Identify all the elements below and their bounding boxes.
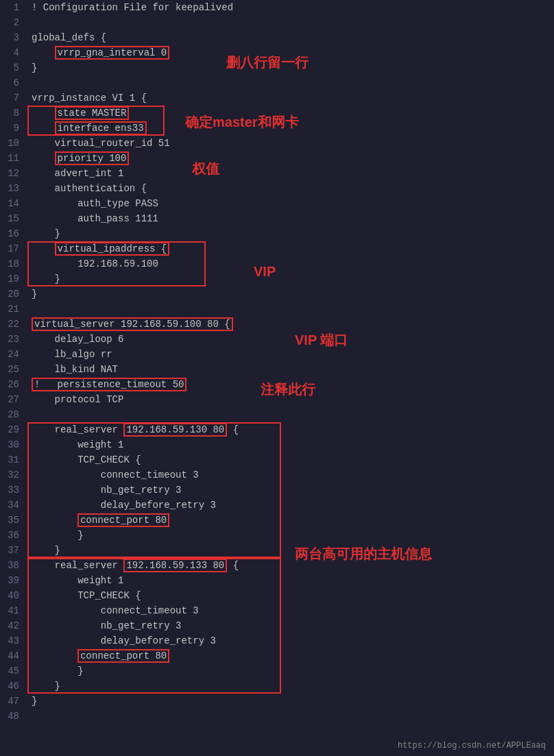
code-line: } (32, 694, 554, 709)
code-line: weight 1 (32, 573, 554, 588)
line-number: 29 (5, 422, 19, 437)
code-line: virtual_server 192.168.59.100 80 { (32, 317, 554, 332)
line-number: 4 (5, 45, 19, 60)
line-number: 40 (5, 588, 19, 603)
line-number: 39 (5, 573, 19, 588)
code-line: 192.168.59.100 (32, 256, 554, 271)
line-number: 33 (5, 483, 19, 498)
code-line: global_defs { (32, 30, 554, 45)
code-line: virtual_router_id 51 (32, 136, 554, 151)
code-line: } (32, 226, 554, 241)
line-number: 48 (5, 709, 19, 724)
highlight: state MASTER (55, 106, 130, 120)
line-number: 42 (5, 618, 19, 633)
footer-url: https://blog.csdn.net/APPLEaaq (398, 741, 546, 751)
line-number: 47 (5, 694, 19, 709)
code-line: delay_before_retry 3 (32, 633, 554, 648)
line-number: 17 (5, 241, 19, 256)
highlight: virtual_ipaddress { (55, 242, 170, 256)
code-line: } (32, 543, 554, 558)
line-number: 26 (5, 377, 19, 392)
code-line: interface ens33 (32, 121, 554, 136)
code-line: connect_port 80 (32, 513, 554, 528)
line-number: 1 (5, 0, 19, 15)
code-line: weight 1 (32, 437, 554, 452)
code-line (32, 407, 554, 422)
line-number: 16 (5, 226, 19, 241)
code-line: vrrp_instance VI 1 { (32, 90, 554, 106)
line-number: 38 (5, 558, 19, 573)
line-number: 21 (5, 302, 19, 317)
highlight: connect_port 80 (77, 649, 169, 663)
code-line: auth_pass 1111 (32, 211, 554, 226)
line-number: 15 (5, 211, 19, 226)
code-line: virtual_ipaddress { (32, 241, 554, 256)
line-number: 3 (5, 30, 19, 45)
line-number: 24 (5, 347, 19, 362)
highlight: ! persistence_timeout 50 (32, 378, 186, 391)
line-number: 36 (5, 528, 19, 543)
line-number: 28 (5, 407, 19, 422)
highlight: virtual_server 192.168.59.100 80 { (32, 317, 233, 331)
code-line: lb_kind NAT (32, 362, 554, 377)
code-line: } (32, 663, 554, 679)
line-number: 12 (5, 166, 19, 181)
code-line: } (32, 679, 554, 694)
code-lines: ! Configuration File for keepalivedgloba… (25, 0, 554, 756)
code-line: ! Configuration File for keepalived (32, 0, 554, 15)
code-line (32, 75, 554, 90)
line-number: 30 (5, 437, 19, 452)
code-line: advert_int 1 (32, 166, 554, 181)
code-line: } (32, 286, 554, 302)
code-line: state MASTER (32, 106, 554, 121)
code-line: } (32, 60, 554, 75)
line-number: 7 (5, 90, 19, 106)
line-number: 34 (5, 498, 19, 513)
code-container: 1234567891011121314151617181920212223242… (0, 0, 554, 756)
code-line: TCP_CHECK { (32, 588, 554, 603)
code-line: nb_get_retry 3 (32, 483, 554, 498)
code-line: ! persistence_timeout 50 (32, 377, 554, 392)
highlight: vrrp_gna_interval 0 (55, 46, 170, 60)
line-number: 27 (5, 392, 19, 407)
line-number: 41 (5, 603, 19, 618)
line-number: 19 (5, 271, 19, 286)
line-number: 32 (5, 467, 19, 483)
highlight: 192.168.59.133 80 (123, 559, 227, 572)
code-line: nb_get_retry 3 (32, 618, 554, 633)
code-line: auth_type PASS (32, 196, 554, 211)
highlight: 192.168.59.130 80 (123, 423, 227, 437)
line-number: 20 (5, 286, 19, 302)
line-number: 37 (5, 543, 19, 558)
line-number: 13 (5, 181, 19, 196)
highlight: interface ens33 (55, 121, 147, 135)
code-line: } (32, 528, 554, 543)
line-number: 45 (5, 663, 19, 679)
code-line: TCP_CHECK { (32, 452, 554, 467)
line-number: 2 (5, 15, 19, 30)
code-line (32, 302, 554, 317)
code-line: delay_loop 6 (32, 332, 554, 347)
line-number: 25 (5, 362, 19, 377)
code-line (32, 709, 554, 724)
highlight: priority 100 (55, 151, 130, 165)
line-number: 9 (5, 121, 19, 136)
line-number: 44 (5, 648, 19, 663)
line-number: 46 (5, 679, 19, 694)
line-number: 23 (5, 332, 19, 347)
line-number: 6 (5, 75, 19, 90)
line-number: 31 (5, 452, 19, 467)
code-line: real_server 192.168.59.130 80 { (32, 422, 554, 437)
code-line: priority 100 (32, 151, 554, 166)
line-number: 5 (5, 60, 19, 75)
code-line: delay_before_retry 3 (32, 498, 554, 513)
line-number: 43 (5, 633, 19, 648)
line-number: 14 (5, 196, 19, 211)
code-line: real_server 192.168.59.133 80 { (32, 558, 554, 573)
line-number: 35 (5, 513, 19, 528)
code-line: lb_algo rr (32, 347, 554, 362)
line-number: 22 (5, 317, 19, 332)
line-number: 18 (5, 256, 19, 271)
code-line: } (32, 271, 554, 286)
line-numbers: 1234567891011121314151617181920212223242… (0, 0, 25, 756)
